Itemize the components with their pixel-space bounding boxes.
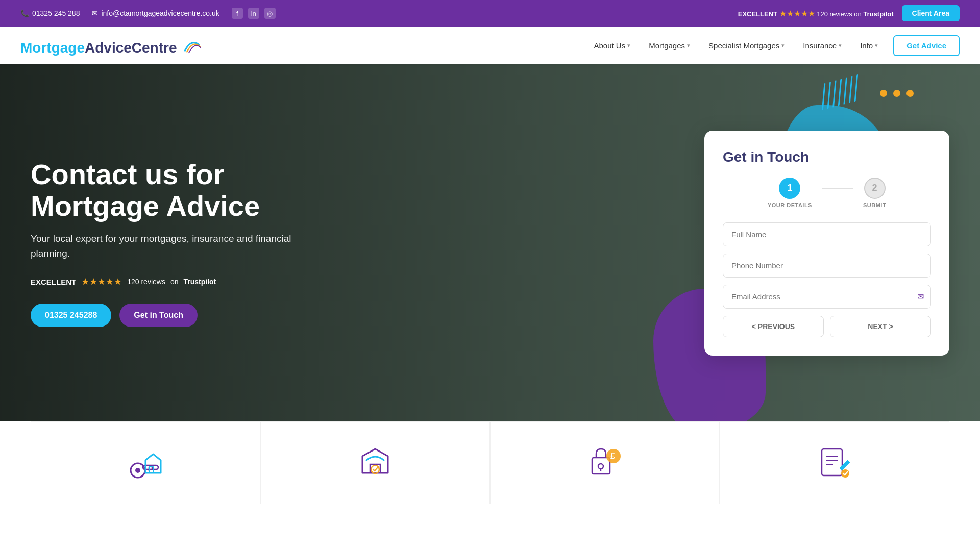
social-links: f in ◎ <box>232 8 276 19</box>
linkedin-link[interactable]: in <box>248 8 259 19</box>
email-icon: ✉ <box>92 9 98 17</box>
logo-mortgage: Mortgage <box>20 40 85 56</box>
dots-decoration <box>880 90 914 97</box>
email-icon: ✉ <box>917 292 924 302</box>
logo-swirl-icon <box>181 37 201 55</box>
get-in-touch-button[interactable]: Get in Touch <box>119 304 198 327</box>
dot-2 <box>893 90 900 97</box>
step-2-label: SUBMIT <box>863 202 886 208</box>
house-protection-icon <box>357 445 393 481</box>
money-lock-icon: £ <box>587 445 623 481</box>
dot-1 <box>880 90 887 97</box>
card-icon-1 <box>125 442 166 483</box>
facebook-icon: f <box>232 8 243 19</box>
email-address-input[interactable] <box>723 285 931 309</box>
step-1-label: YOUR DETAILS <box>768 202 812 208</box>
email-field-wrapper: ✉ <box>723 285 931 309</box>
form-step-2: 2 SUBMIT <box>863 178 886 208</box>
hero-trustpilot-platform: Trustpilot <box>183 278 216 286</box>
logo[interactable]: MortgageAdviceCentre <box>20 35 201 56</box>
house-keys-icon <box>128 445 163 481</box>
card-icon-3: £ <box>584 442 625 483</box>
hero-subtitle: Your local expert for your mortgages, in… <box>31 232 296 261</box>
trustpilot-platform: Trustpilot <box>863 10 893 18</box>
step-2-circle: 2 <box>864 178 886 199</box>
nav-mortgages[interactable]: Mortgages ▾ <box>642 37 697 54</box>
bottom-card-2 <box>260 421 490 504</box>
chevron-down-icon: ▾ <box>627 42 630 49</box>
phone-number: 01325 245 288 <box>32 9 80 17</box>
hero-trustpilot-excellent: EXCELLENT <box>31 278 76 286</box>
trustpilot-stars: ★★★★★ <box>779 9 815 18</box>
nav-about-us[interactable]: About Us ▾ <box>586 37 638 54</box>
card-icon-2 <box>355 442 396 483</box>
nav-insurance[interactable]: Insurance ▾ <box>796 37 849 54</box>
previous-button[interactable]: < PREVIOUS <box>723 316 824 337</box>
email-address: info@ctamortgageadvicecentre.co.uk <box>101 9 219 17</box>
nav-info[interactable]: Info ▾ <box>853 37 885 54</box>
chevron-down-icon: ▾ <box>687 42 690 49</box>
logo-centre: Centre <box>132 40 177 56</box>
contact-form-card: Get in Touch 1 YOUR DETAILS 2 SUBMIT <box>704 131 949 356</box>
full-name-input[interactable] <box>723 222 931 246</box>
hero-trustpilot-stars: ★★★★★ <box>81 276 122 287</box>
form-step-1: 1 YOUR DETAILS <box>768 178 812 208</box>
hero-trustpilot-on: on <box>170 278 179 286</box>
nav-links: About Us ▾ Mortgages ▾ Specialist Mortga… <box>586 35 960 56</box>
get-advice-button[interactable]: Get Advice <box>893 35 960 56</box>
instagram-link[interactable]: ◎ <box>264 8 276 19</box>
bottom-card-1 <box>31 421 260 504</box>
trustpilot-on: on <box>854 10 861 18</box>
hero-text-block: Contact us for Mortgage Advice Your loca… <box>31 159 296 327</box>
form-steps: 1 YOUR DETAILS 2 SUBMIT <box>723 178 931 208</box>
phone-icon: 📞 <box>20 9 29 17</box>
linkedin-icon: in <box>248 8 259 19</box>
form-navigation-buttons: < PREVIOUS NEXT > <box>723 316 931 337</box>
phone-link[interactable]: 📞 01325 245 288 <box>20 9 80 17</box>
top-bar-right: EXCELLENT ★★★★★ 120 reviews on Trustpilo… <box>738 5 960 21</box>
client-area-button[interactable]: Client Area <box>902 5 960 21</box>
trustpilot-bar: EXCELLENT ★★★★★ 120 reviews on Trustpilo… <box>738 9 894 18</box>
bottom-card-4 <box>720 421 949 504</box>
instagram-icon: ◎ <box>264 8 276 19</box>
main-nav: MortgageAdviceCentre About Us ▾ Mortgage… <box>0 27 980 64</box>
top-bar: 📞 01325 245 288 ✉ info@ctamortgageadvice… <box>0 0 980 27</box>
bottom-card-3: £ <box>490 421 720 504</box>
card-icon-4 <box>814 442 855 483</box>
svg-text:£: £ <box>610 452 615 460</box>
hero-trustpilot: EXCELLENT ★★★★★ 120 reviews on Trustpilo… <box>31 276 296 287</box>
step-1-circle: 1 <box>779 178 800 199</box>
step-connector <box>822 188 853 189</box>
document-sign-icon <box>817 445 852 481</box>
hero-trustpilot-reviews: 120 reviews <box>127 278 165 286</box>
trustpilot-excellent: EXCELLENT <box>738 10 777 18</box>
bottom-cards-section: £ <box>0 421 980 504</box>
hero-content: Contact us for Mortgage Advice Your loca… <box>0 100 980 386</box>
facebook-link[interactable]: f <box>232 8 243 19</box>
svg-point-11 <box>598 464 603 469</box>
logo-advice: Advice <box>85 40 132 56</box>
svg-rect-10 <box>592 458 610 474</box>
svg-rect-15 <box>822 449 842 475</box>
email-link[interactable]: ✉ info@ctamortgageadvicecentre.co.uk <box>92 9 219 17</box>
hero-buttons: 01325 245288 Get in Touch <box>31 304 296 327</box>
top-bar-left: 📞 01325 245 288 ✉ info@ctamortgageadvice… <box>20 8 276 19</box>
phone-cta-button[interactable]: 01325 245288 <box>31 304 111 327</box>
next-button[interactable]: NEXT > <box>830 316 931 337</box>
hero-title: Contact us for Mortgage Advice <box>31 159 296 221</box>
phone-number-input[interactable] <box>723 254 931 278</box>
chevron-down-icon: ▾ <box>781 42 785 49</box>
chevron-down-icon: ▾ <box>875 42 878 49</box>
hero-section: Contact us for Mortgage Advice Your loca… <box>0 64 980 421</box>
dot-3 <box>906 90 914 97</box>
chevron-down-icon: ▾ <box>839 42 842 49</box>
form-title: Get in Touch <box>723 149 931 165</box>
nav-specialist-mortgages[interactable]: Specialist Mortgages ▾ <box>701 37 792 54</box>
trustpilot-reviews: 120 reviews <box>817 10 852 18</box>
svg-point-7 <box>135 468 140 473</box>
